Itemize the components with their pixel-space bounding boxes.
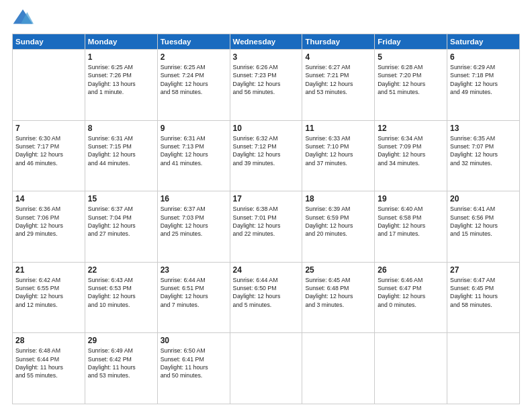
day-info: Sunrise: 6:46 AMSunset: 6:47 PMDaylight:… [378,276,444,309]
weekday-header: Sunday [13,34,85,50]
day-info: Sunrise: 6:40 AMSunset: 6:58 PMDaylight:… [378,205,444,238]
day-info: Sunrise: 6:31 AMSunset: 7:13 PMDaylight:… [161,134,227,167]
calendar-cell: 14Sunrise: 6:36 AMSunset: 7:06 PMDayligh… [13,191,85,263]
day-info: Sunrise: 6:27 AMSunset: 7:21 PMDaylight:… [305,63,371,96]
day-info: Sunrise: 6:37 AMSunset: 7:03 PMDaylight:… [161,205,227,238]
day-info: Sunrise: 6:50 AMSunset: 6:41 PMDaylight:… [161,347,227,379]
calendar-week-row: 7Sunrise: 6:30 AMSunset: 7:17 PMDaylight… [13,120,520,191]
calendar-cell: 3Sunrise: 6:26 AMSunset: 7:23 PMDaylight… [230,50,302,121]
calendar-cell: 5Sunrise: 6:28 AMSunset: 7:20 PMDaylight… [375,50,447,121]
calendar-cell: 6Sunrise: 6:29 AMSunset: 7:18 PMDaylight… [447,50,520,121]
weekday-header: Thursday [302,34,375,50]
calendar-week-row: 28Sunrise: 6:48 AMSunset: 6:44 PMDayligh… [13,333,520,404]
calendar-cell: 19Sunrise: 6:40 AMSunset: 6:58 PMDayligh… [375,191,447,263]
weekday-header: Saturday [447,34,520,50]
weekday-header-row: SundayMondayTuesdayWednesdayThursdayFrid… [13,34,520,50]
weekday-header: Friday [375,34,447,50]
day-info: Sunrise: 6:41 AMSunset: 6:56 PMDaylight:… [450,205,517,238]
day-info: Sunrise: 6:34 AMSunset: 7:09 PMDaylight:… [378,134,444,167]
calendar-cell [447,333,520,404]
calendar-cell: 30Sunrise: 6:50 AMSunset: 6:41 PMDayligh… [157,333,230,404]
day-number: 4 [305,52,371,62]
header [12,7,520,28]
day-info: Sunrise: 6:33 AMSunset: 7:10 PMDaylight:… [305,134,371,167]
day-info: Sunrise: 6:38 AMSunset: 7:01 PMDaylight:… [233,205,300,238]
day-number: 20 [450,194,517,203]
weekday-header: Tuesday [157,34,230,50]
day-number: 15 [88,194,154,203]
day-number: 27 [450,265,517,275]
day-info: Sunrise: 6:37 AMSunset: 7:04 PMDaylight:… [88,205,154,238]
day-info: Sunrise: 6:43 AMSunset: 6:53 PMDaylight:… [88,276,154,309]
calendar-cell: 1Sunrise: 6:25 AMSunset: 7:26 PMDaylight… [85,50,157,121]
calendar-cell [375,333,447,404]
day-info: Sunrise: 6:42 AMSunset: 6:55 PMDaylight:… [15,276,82,309]
day-number: 6 [450,52,517,62]
day-info: Sunrise: 6:25 AMSunset: 7:24 PMDaylight:… [161,63,227,96]
day-info: Sunrise: 6:25 AMSunset: 7:26 PMDaylight:… [88,63,154,96]
day-number: 21 [15,265,82,275]
calendar-cell: 23Sunrise: 6:44 AMSunset: 6:51 PMDayligh… [157,262,230,333]
calendar-cell: 2Sunrise: 6:25 AMSunset: 7:24 PMDaylight… [157,50,230,121]
day-info: Sunrise: 6:26 AMSunset: 7:23 PMDaylight:… [233,63,300,96]
calendar-cell: 26Sunrise: 6:46 AMSunset: 6:47 PMDayligh… [375,262,447,333]
calendar-cell [230,333,302,404]
day-info: Sunrise: 6:35 AMSunset: 7:07 PMDaylight:… [450,134,517,167]
calendar-cell [13,50,85,121]
day-number: 28 [15,336,82,345]
page: SundayMondayTuesdayWednesdayThursdayFrid… [0,0,532,411]
calendar-cell [302,333,375,404]
calendar-cell: 15Sunrise: 6:37 AMSunset: 7:04 PMDayligh… [85,191,157,263]
day-info: Sunrise: 6:39 AMSunset: 6:59 PMDaylight:… [305,205,371,238]
day-number: 2 [161,52,227,62]
day-number: 16 [161,194,227,203]
day-number: 13 [450,124,517,133]
day-number: 14 [15,194,82,203]
day-number: 11 [305,124,371,133]
day-number: 24 [233,265,300,275]
day-number: 7 [15,124,82,133]
calendar-cell: 18Sunrise: 6:39 AMSunset: 6:59 PMDayligh… [302,191,375,263]
calendar-cell: 9Sunrise: 6:31 AMSunset: 7:13 PMDaylight… [157,120,230,191]
day-number: 18 [305,194,371,203]
day-info: Sunrise: 6:44 AMSunset: 6:51 PMDaylight:… [161,276,227,309]
day-number: 29 [88,336,154,345]
calendar-week-row: 1Sunrise: 6:25 AMSunset: 7:26 PMDaylight… [13,50,520,121]
day-number: 9 [161,124,227,133]
day-info: Sunrise: 6:32 AMSunset: 7:12 PMDaylight:… [233,134,300,167]
day-info: Sunrise: 6:44 AMSunset: 6:50 PMDaylight:… [233,276,300,309]
day-number: 22 [88,265,154,275]
calendar-cell: 4Sunrise: 6:27 AMSunset: 7:21 PMDaylight… [302,50,375,121]
calendar-cell: 29Sunrise: 6:49 AMSunset: 6:42 PMDayligh… [85,333,157,404]
calendar-cell: 12Sunrise: 6:34 AMSunset: 7:09 PMDayligh… [375,120,447,191]
day-number: 10 [233,124,300,133]
calendar-cell: 10Sunrise: 6:32 AMSunset: 7:12 PMDayligh… [230,120,302,191]
day-info: Sunrise: 6:45 AMSunset: 6:48 PMDaylight:… [305,276,371,309]
weekday-header: Monday [85,34,157,50]
calendar-cell: 24Sunrise: 6:44 AMSunset: 6:50 PMDayligh… [230,262,302,333]
logo-icon [12,7,34,28]
calendar-cell: 11Sunrise: 6:33 AMSunset: 7:10 PMDayligh… [302,120,375,191]
calendar-cell: 20Sunrise: 6:41 AMSunset: 6:56 PMDayligh… [447,191,520,263]
calendar-cell: 16Sunrise: 6:37 AMSunset: 7:03 PMDayligh… [157,191,230,263]
calendar-cell: 13Sunrise: 6:35 AMSunset: 7:07 PMDayligh… [447,120,520,191]
day-info: Sunrise: 6:48 AMSunset: 6:44 PMDaylight:… [15,347,82,379]
calendar-cell: 22Sunrise: 6:43 AMSunset: 6:53 PMDayligh… [85,262,157,333]
day-info: Sunrise: 6:47 AMSunset: 6:45 PMDaylight:… [450,276,517,309]
day-number: 1 [88,52,154,62]
calendar-week-row: 21Sunrise: 6:42 AMSunset: 6:55 PMDayligh… [13,262,520,333]
calendar-cell: 27Sunrise: 6:47 AMSunset: 6:45 PMDayligh… [447,262,520,333]
day-info: Sunrise: 6:28 AMSunset: 7:20 PMDaylight:… [378,63,444,96]
day-number: 25 [305,265,371,275]
day-info: Sunrise: 6:30 AMSunset: 7:17 PMDaylight:… [15,134,82,167]
day-info: Sunrise: 6:29 AMSunset: 7:18 PMDaylight:… [450,63,517,96]
calendar-week-row: 14Sunrise: 6:36 AMSunset: 7:06 PMDayligh… [13,191,520,263]
day-number: 30 [161,336,227,345]
day-number: 17 [233,194,300,203]
calendar-cell: 28Sunrise: 6:48 AMSunset: 6:44 PMDayligh… [13,333,85,404]
day-info: Sunrise: 6:49 AMSunset: 6:42 PMDaylight:… [88,347,154,379]
day-info: Sunrise: 6:36 AMSunset: 7:06 PMDaylight:… [15,205,82,238]
calendar-cell: 7Sunrise: 6:30 AMSunset: 7:17 PMDaylight… [13,120,85,191]
day-info: Sunrise: 6:31 AMSunset: 7:15 PMDaylight:… [88,134,154,167]
calendar-cell: 17Sunrise: 6:38 AMSunset: 7:01 PMDayligh… [230,191,302,263]
